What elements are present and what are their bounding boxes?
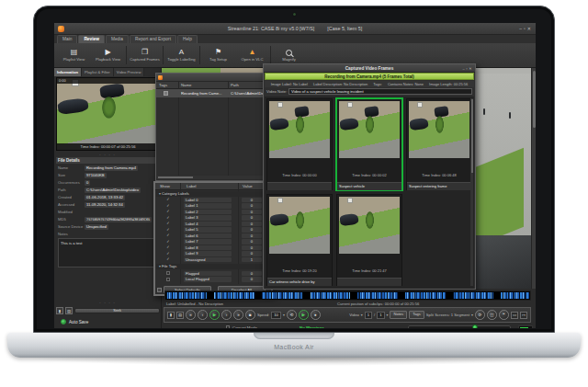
frame-card[interactable]: Time Index: 00:06:48 Suspect entering fr… bbox=[406, 98, 472, 190]
frames-scrollbar[interactable] bbox=[470, 98, 473, 286]
column-value[interactable]: Value bbox=[243, 183, 253, 190]
close-icon[interactable]: ✕ bbox=[469, 66, 473, 71]
scrollbar-thumb[interactable] bbox=[158, 176, 193, 178]
tab-help[interactable]: Help bbox=[177, 35, 198, 43]
tree-shape bbox=[435, 116, 444, 133]
panel-drag-handle[interactable]: · · · · bbox=[54, 153, 161, 156]
mute-icon[interactable]: ▮ bbox=[56, 307, 63, 314]
horizontal-scrollbar[interactable] bbox=[157, 176, 266, 179]
autosave-indicator[interactable]: Auto Save bbox=[61, 319, 88, 324]
record-button[interactable]: ● bbox=[311, 310, 321, 320]
seek-slider[interactable]: Seek bbox=[74, 308, 160, 313]
frame-note-input[interactable]: Suspect entering frame bbox=[407, 182, 471, 190]
speed-value[interactable]: 10 bbox=[271, 312, 281, 319]
magnify-label: Magnify bbox=[282, 57, 296, 62]
column-tags[interactable]: Tags bbox=[159, 82, 167, 89]
timeline-filmstrip[interactable] bbox=[164, 290, 531, 301]
captured-frames-window: Captured Video Frames –▫✕ Recording from… bbox=[263, 63, 476, 290]
label-value: 0 bbox=[242, 271, 262, 277]
comment-button[interactable]: ❝ bbox=[499, 310, 509, 320]
step-back-button[interactable]: ‹ bbox=[198, 310, 208, 320]
playlist-row[interactable]: Recording from Came... C:\Users\Admin\De… bbox=[156, 89, 266, 97]
frame-note-input[interactable]: Car witness vehicle drive by bbox=[267, 278, 332, 286]
frame-note-input[interactable] bbox=[337, 278, 401, 286]
chevron-down-icon[interactable]: ▾ bbox=[283, 313, 285, 317]
close-icon[interactable]: ✕ bbox=[527, 26, 533, 31]
tags-window-titlebar[interactable] bbox=[156, 74, 266, 82]
column-path[interactable]: Path bbox=[231, 82, 239, 89]
video-current-value[interactable]: 1 bbox=[365, 312, 372, 319]
notes-button[interactable]: Notes bbox=[390, 311, 407, 319]
tab-review[interactable]: Review bbox=[78, 35, 105, 43]
progress-track[interactable] bbox=[408, 325, 511, 328]
labels-table-header bbox=[155, 183, 271, 190]
frame-time-index: Time Index: 00:00:02 bbox=[337, 173, 401, 177]
fullscreen-button[interactable]: ▭ bbox=[511, 312, 518, 319]
video-note-input[interactable]: Video of a suspect vehicle leaving incid… bbox=[288, 88, 472, 95]
toggle-labelling-button[interactable]: AToggle Labelling bbox=[164, 44, 198, 67]
notes-textarea[interactable]: This is a test bbox=[58, 238, 158, 267]
frame-step-icon[interactable]: ▤ bbox=[65, 307, 73, 314]
window-title: Streamline 21: CASE 8i my v5.0 [W7/S][Ca… bbox=[54, 23, 536, 35]
label-row[interactable]: Local Flagged0 bbox=[156, 277, 267, 283]
tags-button[interactable]: Tags bbox=[409, 311, 424, 319]
group-file-tags[interactable]: ▾ File Tags bbox=[156, 264, 267, 269]
scrollbar-thumb[interactable] bbox=[471, 99, 473, 173]
captured-frames-button[interactable]: ❐Captured Frames bbox=[128, 44, 162, 67]
playlist-view-button[interactable]: ▤Playlist View bbox=[57, 44, 91, 67]
stop-button[interactable]: ■ bbox=[245, 310, 255, 320]
frame-note-input[interactable]: Suspect vehicle bbox=[337, 182, 401, 190]
loop-button[interactable]: ⟲ bbox=[287, 310, 297, 320]
jump-end-button[interactable]: » bbox=[233, 310, 243, 320]
frame-card-selected[interactable]: Time Index: 00:00:02 Suspect vehicle bbox=[336, 98, 402, 190]
chevron-down-icon[interactable]: ▾ bbox=[471, 313, 473, 317]
label-value: 0 bbox=[242, 251, 262, 256]
tag-setup-button[interactable]: ⚑Tag Setup bbox=[201, 44, 235, 67]
filmstrip-button[interactable]: ▤ bbox=[176, 312, 184, 319]
play-selection-button[interactable]: ▶ bbox=[299, 310, 309, 320]
chevron-down-icon[interactable]: ▾ bbox=[361, 313, 363, 317]
tab-report-export[interactable]: Report and Export bbox=[130, 35, 176, 43]
detail-key: Occurrences bbox=[58, 179, 80, 187]
label-row[interactable]: ✓Unassigned1 bbox=[156, 256, 267, 263]
video-total-value[interactable]: 1 bbox=[377, 312, 384, 319]
export-button[interactable]: ↦ bbox=[520, 312, 527, 319]
column-name[interactable]: Name bbox=[181, 82, 191, 89]
frame-card[interactable]: Time Index: 00:00:00 bbox=[266, 98, 333, 190]
frame-note-input[interactable] bbox=[267, 182, 332, 190]
refresh-button[interactable]: ⟳ bbox=[475, 310, 485, 320]
show-checkbox[interactable]: ✓ bbox=[164, 256, 172, 263]
frame-time-index: Time Index: 00:00:00 bbox=[267, 173, 332, 177]
tab-video-preview[interactable]: Video Preview bbox=[114, 68, 145, 76]
show-checkbox[interactable] bbox=[166, 271, 170, 275]
video-preview-image[interactable]: 0:00 Time Index: 00:00:07 of 00:25:56 bbox=[56, 77, 160, 151]
tab-playlist-filter[interactable]: Playlist & Filter bbox=[82, 68, 114, 76]
column-label[interactable]: Label bbox=[187, 183, 197, 190]
file-detail-row: NameRecording from Camera.mp4 bbox=[56, 165, 160, 172]
snapshot-button[interactable]: ◫ bbox=[487, 310, 497, 320]
autosave-dot-icon bbox=[61, 319, 66, 324]
frames-window-titlebar[interactable]: Captured Video Frames –▫✕ bbox=[264, 64, 475, 73]
main-vertical-scrollbar[interactable] bbox=[531, 68, 536, 289]
play-button[interactable]: ▶ bbox=[209, 310, 220, 320]
show-checkbox[interactable] bbox=[166, 278, 170, 281]
frame-card[interactable]: Time Index: 00:21:47 bbox=[336, 194, 402, 286]
window-resize-icon[interactable] bbox=[157, 288, 162, 292]
tab-information[interactable]: Information bbox=[54, 68, 82, 76]
jump-start-button[interactable]: « bbox=[186, 310, 196, 320]
tab-media[interactable]: Media bbox=[106, 35, 129, 43]
tab-main[interactable]: Main bbox=[57, 35, 77, 43]
chevron-down-icon[interactable]: ▾ bbox=[387, 313, 389, 317]
bookmark-button[interactable]: ▮ bbox=[167, 312, 175, 319]
corrupt-mode-checkbox[interactable] bbox=[226, 325, 230, 328]
row-checkbox[interactable] bbox=[164, 91, 168, 96]
frame-card[interactable]: Time Index: 00:19:20 Car witness vehicle… bbox=[266, 194, 333, 286]
scrollbar-thumb[interactable] bbox=[533, 71, 536, 128]
step-forward-button[interactable]: › bbox=[221, 310, 232, 320]
column-show[interactable]: Show bbox=[160, 183, 170, 190]
group-category-labels[interactable]: ▾ Category Labels bbox=[156, 191, 267, 197]
frame-time-index: Time Index: 00:06:48 bbox=[407, 173, 471, 177]
panel-drag-handle[interactable]: · · · · bbox=[54, 301, 161, 304]
playback-view-button[interactable]: ▶Playback View bbox=[91, 44, 125, 67]
ribbon-tabs: Main Review Media Report and Export Help bbox=[54, 35, 536, 43]
